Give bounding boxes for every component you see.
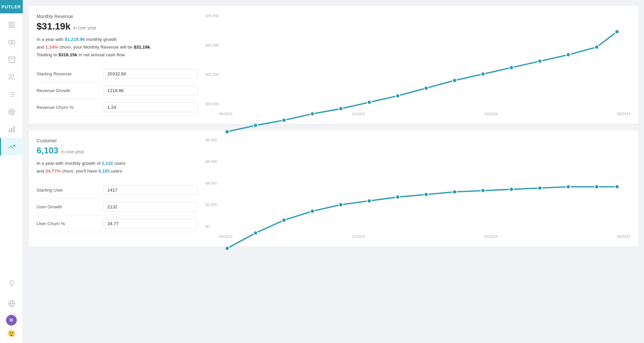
revenue-y-axis: $35,000 $30,000 $25,000 $20,000 — [206, 14, 220, 106]
user-growth-label: User Growth — [37, 204, 104, 209]
sidebar-item-archive[interactable] — [0, 51, 23, 68]
customer-y5: $8,000 — [206, 138, 217, 142]
svg-rect-2 — [9, 25, 11, 27]
revenue-growth-row: Revenue Growth — [37, 82, 198, 99]
revenue-x3: 03/2024 — [484, 112, 498, 116]
starting-user-input[interactable] — [104, 185, 198, 195]
user-churn-row: User Churn % — [37, 215, 198, 232]
customer-card-title: Customer — [37, 138, 198, 143]
svg-point-32 — [538, 59, 542, 63]
revenue-y2: $25,000 — [206, 72, 219, 76]
revenue-y4: $35,000 — [206, 14, 219, 18]
revenue-growth-label: Revenue Growth — [37, 88, 104, 93]
svg-point-23 — [282, 118, 286, 122]
sidebar-item-goals[interactable] — [0, 103, 23, 121]
svg-rect-0 — [9, 22, 11, 24]
bulb-icon — [8, 280, 15, 287]
revenue-growth-highlight: $1,219.96 — [65, 37, 85, 42]
revenue-card-title: Monthly Revenue — [37, 14, 198, 19]
revenue-svg — [219, 14, 630, 147]
sidebar: PUTLER — [0, 0, 23, 343]
sidebar-item-customers[interactable] — [0, 68, 23, 86]
customer-desc-prefix: In a year with monthly growth of — [37, 161, 102, 166]
svg-point-14 — [10, 110, 14, 114]
revenue-end-value: $31.19k — [134, 45, 150, 50]
svg-point-46 — [509, 187, 514, 191]
revenue-value: $31.19k — [37, 21, 70, 32]
customer-y-axis: $8,000 $6,000 $4,000 $2,000 $0 — [206, 138, 218, 228]
dollar-icon — [8, 39, 15, 46]
revenue-churn-row: Revenue Churn % — [37, 99, 198, 116]
sidebar-item-globe[interactable] — [0, 295, 23, 312]
users-icon — [8, 73, 15, 81]
svg-point-6 — [10, 74, 12, 77]
customer-churn-highlight: 34.77% — [45, 168, 61, 174]
svg-rect-1 — [12, 22, 14, 24]
svg-point-44 — [452, 190, 457, 194]
customer-value: 6,103 — [37, 145, 58, 156]
starting-revenue-label: Starting Revenue — [37, 71, 104, 76]
revenue-chart-container: $35,000 $30,000 $25,000 $20,000 09/2023 … — [206, 14, 630, 116]
svg-point-36 — [225, 246, 229, 250]
starting-user-label: Starting User — [37, 188, 104, 193]
svg-point-5 — [11, 41, 13, 43]
revenue-y3: $30,000 — [206, 43, 219, 47]
revenue-x4: 06/2024 — [617, 112, 630, 116]
user-churn-input[interactable] — [104, 219, 198, 228]
customer-desc-suf: churn, you'll have — [61, 168, 98, 174]
sidebar-item-bulb[interactable] — [0, 275, 23, 292]
archive-icon — [8, 56, 15, 63]
sidebar-item-reports[interactable] — [0, 86, 23, 103]
revenue-growth-input[interactable] — [104, 86, 198, 95]
svg-point-15 — [11, 111, 12, 113]
user-growth-row: User Growth — [37, 199, 198, 215]
svg-point-45 — [481, 189, 485, 193]
customer-chart: $8,000 $6,000 $4,000 $2,000 $0 09/2023 1… — [206, 138, 630, 238]
customer-y3: $4,000 — [206, 181, 217, 185]
svg-rect-4 — [9, 41, 15, 44]
customer-y1: $0 — [206, 224, 217, 228]
customer-card: Customer 6,103 in one year In a year wit… — [28, 130, 639, 247]
avatar-m[interactable]: M — [6, 315, 17, 326]
svg-point-40 — [339, 203, 343, 207]
revenue-churn-input[interactable] — [104, 102, 198, 112]
revenue-x1: 09/2023 — [219, 112, 232, 116]
svg-point-35 — [615, 30, 619, 34]
sidebar-bottom: M 😲 — [0, 275, 23, 343]
customer-card-left: Customer 6,103 in one year In a year wit… — [37, 138, 198, 238]
customer-big-value: 6,103 in one year — [37, 145, 198, 156]
revenue-desc-prefix: In a year with — [37, 37, 65, 42]
target-icon — [8, 108, 15, 116]
svg-point-42 — [396, 195, 400, 199]
svg-point-48 — [566, 185, 570, 189]
starting-revenue-input[interactable] — [104, 69, 198, 79]
sidebar-item-dashboard[interactable] — [0, 16, 23, 33]
user-growth-input[interactable] — [104, 202, 198, 212]
svg-point-41 — [367, 199, 371, 203]
grid-icon — [8, 21, 15, 28]
svg-point-34 — [595, 45, 599, 49]
svg-point-47 — [538, 186, 542, 190]
revenue-x-axis: 09/2023 12/2023 03/2024 06/2024 — [219, 112, 630, 116]
sidebar-item-analytics[interactable] — [0, 121, 23, 138]
svg-point-27 — [396, 94, 400, 98]
customer-growth-suffix: users — [113, 161, 125, 166]
main-content: Monthly Revenue $31.19k in one year In a… — [23, 0, 644, 343]
sidebar-nav — [0, 16, 22, 275]
svg-rect-3 — [12, 25, 14, 27]
avatar-emoji[interactable]: 😲 — [6, 328, 17, 339]
sidebar-item-revenue[interactable] — [0, 33, 23, 51]
revenue-card: Monthly Revenue $31.19k in one year In a… — [28, 5, 639, 124]
svg-point-28 — [424, 86, 428, 90]
revenue-y1: $20,000 — [206, 102, 219, 106]
revenue-desc-suf: churn, your Monthly Revenue will be — [58, 45, 134, 50]
customer-x4: 06/2024 — [617, 234, 630, 238]
revenue-churn-label: Revenue Churn % — [37, 105, 104, 110]
sidebar-item-forecast[interactable] — [0, 138, 23, 155]
revenue-chart: $35,000 $30,000 $25,000 $20,000 09/2023 … — [206, 14, 630, 116]
svg-point-21 — [225, 130, 229, 134]
svg-rect-17 — [11, 128, 12, 132]
app-logo[interactable]: PUTLER — [0, 0, 23, 13]
svg-point-43 — [424, 192, 428, 196]
bar-chart-icon — [8, 126, 15, 133]
